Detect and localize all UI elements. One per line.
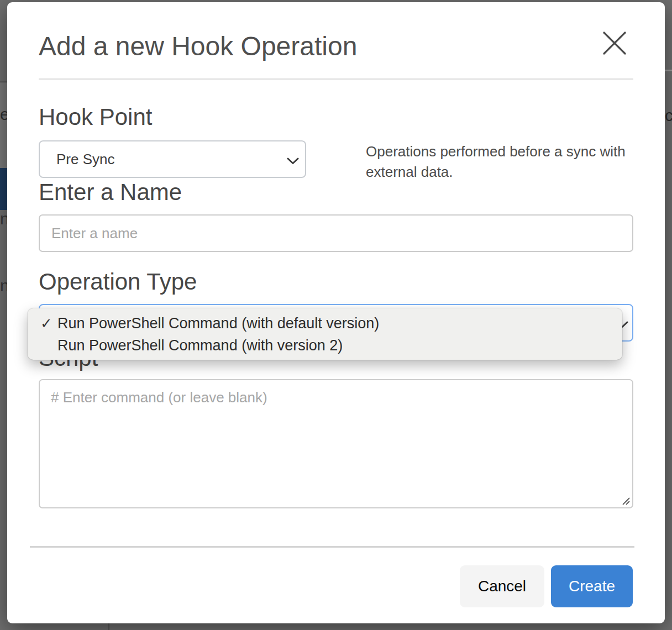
backdrop-text-fragment: c — [665, 106, 672, 125]
backdrop-sidebar-active-item — [0, 168, 7, 210]
chevron-down-icon — [287, 157, 299, 167]
script-textarea[interactable] — [40, 380, 632, 507]
backdrop-sidebar-border — [108, 623, 109, 630]
hook-point-label: Hook Point — [39, 104, 152, 130]
name-input[interactable] — [39, 214, 633, 252]
operation-type-dropdown-menu: ✓ Run PowerShell Command (with default v… — [28, 308, 622, 360]
script-textarea-container — [39, 379, 633, 508]
dropdown-option-version-2[interactable]: Run PowerShell Command (with version 2) — [28, 334, 622, 356]
operation-type-label: Operation Type — [39, 269, 197, 295]
backdrop-text-fragment: e — [0, 105, 7, 124]
footer-divider — [30, 546, 634, 548]
backdrop-divider-right — [665, 70, 672, 71]
header-divider — [39, 78, 633, 80]
dropdown-option-label: Run PowerShell Command (with default ver… — [57, 312, 379, 334]
dialog-title: Add a new Hook Operation — [39, 31, 357, 62]
close-button[interactable] — [600, 28, 629, 58]
name-label: Enter a Name — [39, 179, 182, 206]
backdrop-text-fragment: n — [0, 276, 7, 295]
backdrop-region-left — [0, 83, 7, 168]
resize-handle-icon[interactable] — [622, 497, 631, 506]
hook-point-helper-text: Operations performed before a sync with … — [366, 141, 628, 182]
dropdown-option-label: Run PowerShell Command (with version 2) — [57, 334, 343, 356]
create-button[interactable]: Create — [551, 565, 633, 607]
close-icon — [601, 30, 628, 56]
hook-point-selected-value: Pre Sync — [56, 151, 115, 168]
hook-point-select[interactable]: Pre Sync — [39, 140, 306, 178]
cancel-button[interactable]: Cancel — [460, 565, 544, 607]
backdrop-divider-left — [0, 81, 7, 82]
checkmark-icon: ✓ — [40, 312, 53, 334]
add-hook-operation-dialog: Add a new Hook Operation Hook Point Pre … — [7, 2, 665, 623]
backdrop-text-fragment: n — [0, 209, 7, 228]
dropdown-option-default-version[interactable]: ✓ Run PowerShell Command (with default v… — [28, 312, 622, 334]
